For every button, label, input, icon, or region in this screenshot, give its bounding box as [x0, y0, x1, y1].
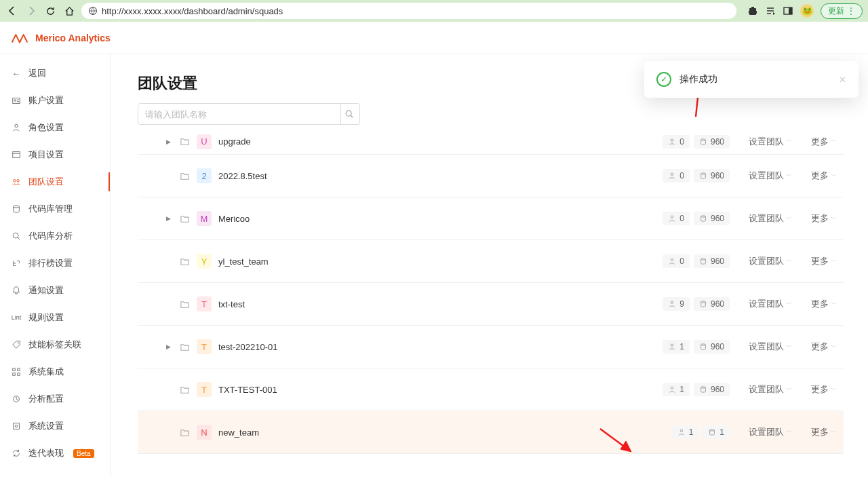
sidebar-item-back[interactable]: ← 返回 [0, 60, 110, 87]
sidebar-item-label: 迭代表现 [28, 447, 64, 459]
projects-count: 960 [694, 212, 730, 225]
team-name: test-202210-01 [218, 342, 277, 352]
more-button[interactable]: 更多﹀ [811, 383, 837, 396]
more-button[interactable]: 更多﹀ [811, 426, 837, 438]
chevron-down-icon: ﹀ [786, 214, 792, 223]
toast-success: ✓ 操作成功 ✕ [644, 61, 859, 98]
projects-count: 960 [694, 254, 730, 268]
sidebar-item-teams[interactable]: 团队设置 [0, 168, 110, 195]
more-button[interactable]: 更多﹀ [811, 170, 837, 182]
svg-rect-14 [13, 373, 16, 376]
media-control-icon[interactable] [765, 5, 776, 16]
search-input[interactable] [145, 109, 334, 119]
sidebar-item-label: 系统集成 [28, 366, 64, 378]
caret-right-icon[interactable]: ▶ [166, 138, 173, 145]
table-row[interactable]: ▶Uupgrade0960设置团队﹀更多﹀ [138, 129, 844, 155]
projects-count: 960 [694, 383, 730, 396]
more-button[interactable]: 更多﹀ [811, 212, 837, 225]
database-icon [11, 204, 22, 214]
more-button[interactable]: 更多﹀ [811, 341, 837, 353]
folder-icon [180, 214, 190, 224]
svg-rect-6 [13, 152, 20, 158]
cycle-icon [11, 449, 22, 458]
team-stats: 1960 [663, 383, 730, 396]
search-button[interactable] [338, 103, 360, 125]
sidebar-item-rules[interactable]: Lint 规则设置 [0, 304, 110, 331]
config-team-button[interactable]: 设置团队﹀ [749, 170, 792, 182]
brand-logo-icon [11, 32, 28, 44]
sidebar-item-analysis[interactable]: 代码库分析 [0, 223, 110, 250]
profile-avatar-icon[interactable]: 🐸 [800, 4, 814, 18]
nav-home-button[interactable] [62, 4, 76, 18]
config-team-button[interactable]: 设置团队﹀ [749, 255, 792, 267]
svg-rect-3 [13, 98, 20, 104]
sidebar-item-account[interactable]: 账户设置 [0, 87, 110, 114]
config-team-button[interactable]: 设置团队﹀ [749, 383, 792, 396]
toast-close-button[interactable]: ✕ [839, 75, 846, 85]
table-row[interactable]: Nnew_team11设置团队﹀更多﹀ [138, 411, 844, 454]
sidebar-item-roles[interactable]: 角色设置 [0, 114, 110, 141]
sidebar-item-repos[interactable]: 代码库管理 [0, 195, 110, 223]
main-content: 团队设置 ▶Uupgrade0960设置团队﹀更多﹀22022.8.5test0… [111, 54, 868, 477]
config-team-button[interactable]: 设置团队﹀ [749, 136, 792, 148]
check-circle-icon: ✓ [656, 72, 671, 87]
config-team-button[interactable]: 设置团队﹀ [749, 212, 792, 225]
more-button[interactable]: 更多﹀ [811, 136, 837, 148]
table-row[interactable]: Yyl_test_team0960设置团队﹀更多﹀ [138, 240, 844, 283]
browser-update-button[interactable]: 更新 ⋮ [821, 3, 863, 19]
sidebar-item-notify[interactable]: 通知设置 [0, 277, 110, 304]
brand[interactable]: Merico Analytics [11, 32, 111, 44]
team-stats: 0960 [663, 254, 730, 268]
sidebar-item-projects[interactable]: 项目设置 [0, 141, 110, 168]
table-row[interactable]: ▶MMericoo0960设置团队﹀更多﹀ [138, 197, 844, 240]
folder-icon [180, 385, 190, 395]
sidebar-item-label: 系统设置 [28, 420, 64, 432]
sidebar-item-analysis-config[interactable]: 分析配置 [0, 385, 110, 413]
sidebar-item-sys-settings[interactable]: 系统设置 [0, 413, 110, 440]
svg-point-33 [701, 387, 706, 388]
team-tree: ▶Uupgrade0960设置团队﹀更多﹀22022.8.5test0960设置… [138, 129, 844, 454]
table-row[interactable]: TTXT-TEST-0011960设置团队﹀更多﹀ [138, 368, 844, 411]
chevron-down-icon: ﹀ [831, 300, 837, 309]
chevron-down-icon: ﹀ [831, 343, 837, 351]
table-row[interactable]: ▶Ttest-202210-011960设置团队﹀更多﹀ [138, 326, 844, 368]
svg-point-19 [346, 111, 351, 116]
members-count: 0 [663, 254, 690, 268]
config-team-button[interactable]: 设置团队﹀ [749, 426, 792, 438]
address-bar[interactable]: http://xxxx.xxxx.xxxx/dashboard/admin/sq… [81, 3, 736, 19]
projects-count: 1 [703, 425, 730, 439]
panel-icon[interactable] [783, 5, 793, 16]
sidebar-item-skill-tags[interactable]: 技能标签关联 [0, 331, 110, 358]
search-wrap [138, 103, 844, 125]
extensions-icon[interactable] [747, 5, 758, 16]
lint-icon: Lint [11, 314, 22, 321]
sidebar-item-label: 项目设置 [28, 149, 64, 161]
app-header: Merico Analytics [0, 22, 868, 54]
sidebar-item-label: 排行榜设置 [28, 257, 73, 269]
svg-point-11 [18, 343, 19, 344]
search-input-wrap [138, 103, 341, 125]
table-row[interactable]: Ttxt-test9960设置团队﹀更多﹀ [138, 283, 844, 326]
svg-point-7 [14, 180, 16, 183]
globe-icon [88, 6, 98, 16]
config-team-button[interactable]: 设置团队﹀ [749, 298, 792, 310]
more-button[interactable]: 更多﹀ [811, 298, 837, 310]
table-row[interactable]: 22022.8.5test0960设置团队﹀更多﹀ [138, 155, 844, 197]
caret-right-icon[interactable]: ▶ [166, 215, 173, 222]
more-button[interactable]: 更多﹀ [811, 255, 837, 267]
sidebar-item-iteration[interactable]: 迭代表现 Beta [0, 440, 110, 467]
nav-reload-button[interactable] [43, 4, 57, 18]
sidebar-item-integrations[interactable]: 系统集成 [0, 358, 110, 385]
members-count: 1 [672, 425, 699, 439]
svg-point-20 [671, 139, 673, 141]
config-team-button[interactable]: 设置团队﹀ [749, 341, 792, 353]
svg-point-32 [671, 387, 673, 389]
nav-forward-button[interactable] [24, 4, 38, 18]
members-count: 1 [663, 383, 690, 396]
caret-right-icon[interactable]: ▶ [166, 343, 173, 350]
gear-icon [11, 421, 22, 431]
arrow-left-icon [7, 5, 18, 16]
nav-back-button[interactable] [5, 4, 19, 18]
sidebar-item-ranking[interactable]: 排行榜设置 [0, 250, 110, 277]
svg-rect-17 [14, 423, 20, 430]
